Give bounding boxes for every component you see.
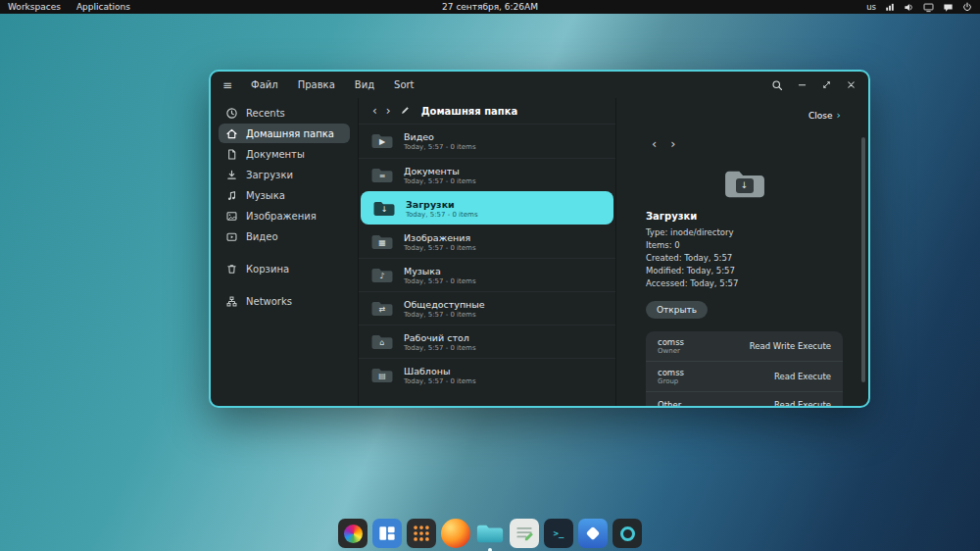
files-icon[interactable] xyxy=(475,519,505,548)
open-button[interactable]: Открыть xyxy=(646,301,708,319)
path-bar: ‹ › Домашняя папка xyxy=(359,98,615,124)
sidebar-item-networks[interactable]: Networks xyxy=(219,291,350,311)
permission-row-owner: comss Owner Read Write Execute xyxy=(646,331,843,361)
network-icon[interactable] xyxy=(885,2,895,12)
file-rows: ▶ ВидеоToday, 5:57 - 0 items ≡ Документы… xyxy=(359,124,615,406)
sidebar-item-home[interactable]: Домашняя папка xyxy=(219,124,350,143)
file-meta: Today, 5:57 - 0 items xyxy=(406,211,478,219)
close-details-button[interactable]: Close › xyxy=(808,110,841,121)
forward-button[interactable]: › xyxy=(386,105,391,117)
menu-file[interactable]: Файл xyxy=(244,77,285,92)
sidebar-item-videos[interactable]: Видео xyxy=(219,226,350,246)
sidebar-item-documents[interactable]: Документы xyxy=(219,144,350,164)
sidebar-item-label: Домашняя папка xyxy=(246,128,334,139)
file-meta: Today, 5:57 - 0 items xyxy=(404,177,476,185)
sidebar: Recents Домашняя папка Документы Загрузк… xyxy=(211,98,358,406)
music-icon xyxy=(225,189,238,202)
folder-icon: ▤ xyxy=(370,366,394,385)
file-row-music[interactable]: ♪ МузыкаToday, 5:57 - 0 items xyxy=(359,258,615,291)
menu-sort[interactable]: Sort xyxy=(387,77,421,92)
menu-view[interactable]: Вид xyxy=(348,77,381,92)
keyboard-layout-indicator[interactable]: us xyxy=(866,2,876,12)
app-grid-icon[interactable] xyxy=(407,519,436,548)
folder-icon: ≡ xyxy=(370,166,394,185)
chevron-right-icon: › xyxy=(837,110,841,121)
display-icon[interactable] xyxy=(923,2,934,13)
sidebar-item-label: Документы xyxy=(246,149,305,160)
maximize-button[interactable] xyxy=(821,79,832,90)
file-row-pictures[interactable]: ▦ ИзображенияToday, 5:57 - 0 items xyxy=(359,225,615,258)
download-emblem-icon: ↓ xyxy=(736,178,754,193)
search-icon[interactable] xyxy=(771,79,783,91)
vertical-scrollbar[interactable] xyxy=(861,137,865,382)
terminal-icon[interactable]: >_ xyxy=(544,519,573,548)
file-row-templates[interactable]: ▤ ШаблоныToday, 5:57 - 0 items xyxy=(359,358,615,391)
document-icon xyxy=(225,148,238,161)
volume-icon[interactable] xyxy=(904,2,914,13)
sidebar-item-label: Изображения xyxy=(246,211,317,222)
applications-button[interactable]: Applications xyxy=(76,2,130,12)
details-next-button[interactable]: › xyxy=(670,137,675,150)
permissions-card: comss Owner Read Write Execute comss Gro… xyxy=(646,331,843,408)
network-icon xyxy=(225,295,238,308)
folder-icon: ⌂ xyxy=(370,332,394,352)
sidebar-item-recents[interactable]: Recents xyxy=(219,103,350,123)
minimize-button[interactable] xyxy=(797,79,808,90)
menu-edit[interactable]: Правка xyxy=(291,77,342,92)
edit-path-icon[interactable] xyxy=(400,105,411,118)
details-type: Type: inode/directory xyxy=(646,227,843,237)
sidebar-item-trash[interactable]: Корзина xyxy=(219,259,350,278)
file-meta: Today, 5:57 - 0 items xyxy=(404,377,476,385)
sidebar-item-label: Networks xyxy=(246,296,292,307)
file-row-documents[interactable]: ≡ ДокументыToday, 5:57 - 0 items xyxy=(359,158,615,191)
top-bar: Workspaces Applications 27 сентября, 6:2… xyxy=(0,0,980,14)
permission-row-other: Other Read Execute xyxy=(646,391,843,408)
window-tiling-icon[interactable] xyxy=(372,519,402,548)
window-titlebar[interactable]: ≡ Файл Правка Вид Sort xyxy=(211,72,868,98)
camera-icon[interactable] xyxy=(612,519,642,548)
sidebar-item-label: Recents xyxy=(246,108,285,119)
current-folder-title: Домашняя папка xyxy=(421,106,518,117)
details-prev-button[interactable]: ‹ xyxy=(652,137,657,150)
file-row-downloads-selected[interactable]: ↓ ЗагрузкиToday, 5:57 - 0 items xyxy=(361,191,613,225)
file-name: Музыка xyxy=(404,266,476,276)
sidebar-item-downloads[interactable]: Загрузки xyxy=(219,165,350,184)
file-meta: Today, 5:57 - 0 items xyxy=(404,244,476,252)
details-accessed: Accessed: Today, 5:57 xyxy=(646,278,843,288)
sidebar-item-label: Корзина xyxy=(246,264,289,275)
file-name: Рабочий стол xyxy=(404,332,476,343)
sidebar-item-music[interactable]: Музыка xyxy=(219,185,350,205)
window-body: Recents Домашняя папка Документы Загрузк… xyxy=(211,98,868,406)
power-icon[interactable] xyxy=(962,2,972,12)
app-store-icon[interactable] xyxy=(578,519,608,548)
file-name: Видео xyxy=(404,131,476,142)
file-row-desktop[interactable]: ⌂ Рабочий столToday, 5:57 - 0 items xyxy=(359,325,615,358)
sidebar-item-pictures[interactable]: Изображения xyxy=(219,206,350,225)
sidebar-item-label: Видео xyxy=(246,231,278,242)
downloads-folder-icon: ↓ xyxy=(722,166,767,203)
details-pane: Close › ‹ › ↓ Загрузки Type: inode/direc… xyxy=(616,98,868,406)
folder-icon: ⇄ xyxy=(370,299,394,319)
screenshot-tool-icon[interactable] xyxy=(338,519,368,548)
text-editor-icon[interactable] xyxy=(510,519,539,548)
file-manager-window: ≡ Файл Правка Вид Sort xyxy=(209,70,870,408)
file-name: Шаблоны xyxy=(404,366,476,376)
workspaces-button[interactable]: Workspaces xyxy=(8,2,61,12)
back-button[interactable]: ‹ xyxy=(372,105,377,117)
sidebar-item-label: Музыка xyxy=(246,190,285,201)
file-row-public[interactable]: ⇄ ОбщедоступныеToday, 5:57 - 0 items xyxy=(359,291,615,325)
firefox-icon[interactable] xyxy=(441,519,470,548)
chat-icon[interactable] xyxy=(943,2,954,13)
folder-icon: ↓ xyxy=(372,199,396,219)
download-icon xyxy=(225,169,238,181)
home-icon xyxy=(225,127,238,140)
sidebar-item-label: Загрузки xyxy=(246,170,293,180)
file-meta: Today, 5:57 - 0 items xyxy=(404,277,476,285)
permission-row-group: comss Group Read Execute xyxy=(646,361,843,391)
clock[interactable]: 27 сентября, 6:26AM xyxy=(442,2,538,12)
file-row-videos[interactable]: ▶ ВидеоToday, 5:57 - 0 items xyxy=(359,125,615,158)
close-button[interactable] xyxy=(846,79,857,90)
file-meta: Today, 5:57 - 0 items xyxy=(404,311,485,319)
video-icon xyxy=(225,230,238,243)
hamburger-menu-icon[interactable]: ≡ xyxy=(222,78,238,92)
